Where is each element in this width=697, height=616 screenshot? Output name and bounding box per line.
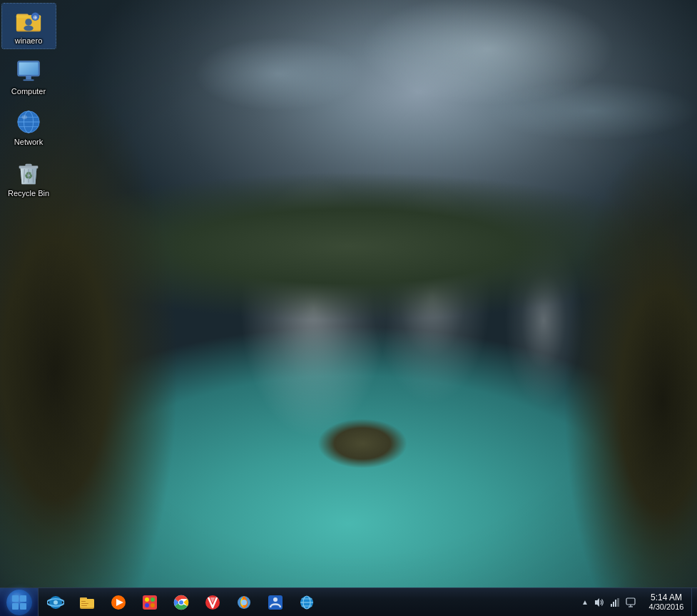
- clock-date: 4/30/2016: [649, 602, 684, 612]
- svg-rect-12: [23, 80, 34, 81]
- desktop: ⊕ winaero: [0, 0, 697, 616]
- svg-point-5: [24, 26, 33, 31]
- tray-icons: ▲: [576, 588, 641, 617]
- svg-rect-66: [626, 598, 635, 605]
- desktop-wallpaper: [0, 0, 697, 616]
- firefox-icon: [235, 594, 253, 611]
- winaero-icon: ⊕: [14, 6, 43, 35]
- file-explorer-icon: [78, 594, 96, 611]
- winaero-icon-label: winaero: [5, 36, 53, 46]
- svg-rect-11: [26, 76, 31, 80]
- chrome-icon: [173, 594, 190, 611]
- vivaldi-icon: [204, 594, 221, 611]
- svg-point-55: [273, 597, 278, 602]
- clock-time: 5:14 AM: [651, 592, 682, 602]
- network-app-icon: [298, 594, 315, 611]
- network-icon-label: Network: [5, 138, 53, 147]
- svg-rect-62: [611, 604, 612, 607]
- windows-logo-icon: [11, 595, 27, 610]
- taskbar-pinned-items: [40, 588, 322, 617]
- tray-expand-button[interactable]: ▲: [579, 588, 591, 617]
- wmp-icon: [110, 594, 127, 611]
- taskbar-btn-chrome[interactable]: [166, 589, 197, 616]
- svg-rect-63: [613, 602, 614, 607]
- start-button[interactable]: [0, 588, 39, 617]
- svg-point-47: [151, 603, 155, 607]
- system-tray: ▲: [576, 588, 697, 617]
- action-center-icon: [626, 597, 636, 607]
- svg-point-53: [241, 600, 247, 605]
- app1-icon: [141, 594, 158, 611]
- svg-rect-23: [25, 163, 32, 166]
- tray-network-icon[interactable]: [607, 588, 623, 617]
- svg-rect-30: [12, 603, 19, 610]
- volume-icon: [594, 597, 604, 607]
- recycle-bin-icon-label: Recycle Bin: [5, 189, 53, 198]
- computer-icon-label: Computer: [5, 87, 53, 96]
- svg-point-4: [25, 19, 32, 26]
- svg-rect-29: [20, 595, 26, 602]
- computer-icon: [14, 57, 43, 86]
- svg-point-34: [54, 600, 58, 605]
- svg-rect-10: [19, 63, 39, 75]
- desktop-icon-computer[interactable]: Computer: [2, 54, 56, 99]
- expand-arrow-icon: ▲: [581, 598, 589, 606]
- desktop-icon-recycle-bin[interactable]: ♻ Recycle Bin: [2, 156, 56, 201]
- svg-point-50: [179, 600, 183, 605]
- show-desktop-button[interactable]: [691, 588, 697, 617]
- svg-point-45: [151, 597, 155, 602]
- taskbar-btn-app2[interactable]: [260, 589, 291, 616]
- recycle-bin-icon: ♻: [14, 159, 43, 188]
- svg-rect-43: [143, 595, 157, 610]
- svg-rect-40: [81, 605, 87, 606]
- tray-action-center-icon[interactable]: [623, 588, 639, 617]
- svg-text:⊕: ⊕: [33, 14, 38, 21]
- svg-rect-64: [615, 600, 616, 607]
- network-tray-icon: [610, 597, 620, 607]
- taskbar-btn-file-explorer[interactable]: [71, 589, 103, 616]
- clock-area[interactable]: 5:14 AM 4/30/2016: [641, 588, 691, 617]
- svg-point-19: [22, 115, 28, 120]
- taskbar-btn-network-app[interactable]: [291, 589, 322, 616]
- taskbar-btn-wmp[interactable]: [103, 589, 134, 616]
- taskbar: ▲: [0, 587, 697, 616]
- taskbar-btn-vivaldi[interactable]: [197, 589, 228, 616]
- svg-rect-31: [20, 603, 26, 610]
- desktop-icon-network[interactable]: Network: [2, 105, 56, 150]
- tray-volume-icon[interactable]: [591, 588, 607, 617]
- network-icon: [14, 108, 43, 136]
- svg-rect-38: [81, 601, 86, 602]
- svg-point-46: [145, 603, 149, 607]
- ie-icon: [47, 594, 64, 611]
- svg-rect-28: [12, 595, 19, 602]
- start-orb: [6, 590, 32, 615]
- taskbar-btn-ie[interactable]: [40, 589, 71, 616]
- desktop-icons-container: ⊕ winaero: [0, 0, 57, 207]
- svg-rect-39: [81, 603, 88, 604]
- app2-icon: [267, 594, 284, 611]
- taskbar-btn-firefox[interactable]: [228, 589, 260, 616]
- svg-point-44: [145, 597, 149, 602]
- svg-marker-61: [595, 598, 599, 607]
- desktop-icon-winaero[interactable]: ⊕ winaero: [2, 4, 56, 48]
- taskbar-btn-app1[interactable]: [134, 589, 166, 616]
- svg-rect-65: [617, 598, 619, 607]
